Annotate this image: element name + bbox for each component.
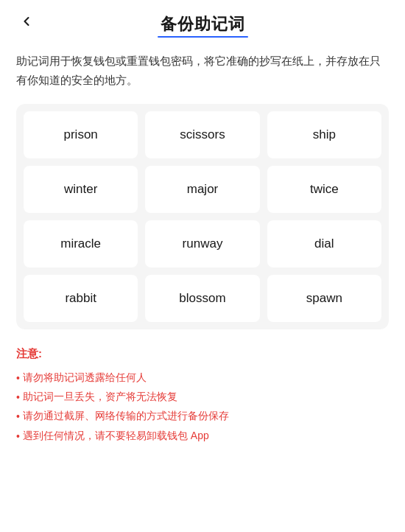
notice-item: •请勿通过截屏、网络传输的方式进行备份保存 — [16, 407, 389, 426]
mnemonic-cell: spawn — [267, 275, 381, 322]
mnemonic-cell: miracle — [24, 220, 138, 267]
mnemonic-cell: rabbit — [24, 275, 138, 322]
notice-item-text: 遇到任何情况，请不要轻易卸载钱包 App — [23, 427, 209, 445]
page-header: 备份助记词 — [0, 0, 405, 46]
mnemonic-cell: twice — [267, 166, 381, 213]
notice-bullet: • — [16, 388, 20, 407]
back-button[interactable] — [15, 11, 38, 35]
notice-list: •请勿将助记词透露给任何人•助记词一旦丢失，资产将无法恢复•请勿通过截屏、网络传… — [16, 368, 389, 446]
mnemonic-cell: prison — [24, 111, 138, 158]
notice-bullet: • — [16, 369, 20, 388]
notice-item: •遇到任何情况，请不要轻易卸载钱包 App — [16, 427, 389, 446]
mnemonic-grid-container: prisonscissorsshipwintermajortwicemiracl… — [16, 104, 389, 329]
mnemonic-cell: scissors — [145, 111, 259, 158]
mnemonic-cell: winter — [24, 166, 138, 213]
mnemonic-grid: prisonscissorsshipwintermajortwicemiracl… — [24, 111, 381, 322]
notice-item-text: 助记词一旦丢失，资产将无法恢复 — [23, 388, 177, 406]
notice-item: •助记词一旦丢失，资产将无法恢复 — [16, 388, 389, 407]
mnemonic-cell: ship — [267, 111, 381, 158]
back-arrow-icon — [19, 14, 34, 32]
mnemonic-cell: dial — [267, 220, 381, 267]
notice-item: •请勿将助记词透露给任何人 — [16, 368, 389, 388]
notice-bullet: • — [16, 407, 20, 426]
notice-item-text: 请勿通过截屏、网络传输的方式进行备份保存 — [23, 407, 229, 425]
notice-bullet: • — [16, 427, 20, 446]
notice-title: 注意: — [16, 347, 389, 361]
page-description: 助记词用于恢复钱包或重置钱包密码，将它准确的抄写在纸上，并存放在只有你知道的安全… — [16, 52, 389, 89]
notice-item-text: 请勿将助记词透露给任何人 — [23, 368, 147, 387]
mnemonic-cell: runway — [145, 220, 259, 267]
mnemonic-cell: major — [145, 166, 259, 213]
mnemonic-cell: blossom — [145, 275, 259, 322]
notice-section: 注意: •请勿将助记词透露给任何人•助记词一旦丢失，资产将无法恢复•请勿通过截屏… — [16, 347, 389, 446]
page-title: 备份助记词 — [161, 13, 245, 35]
